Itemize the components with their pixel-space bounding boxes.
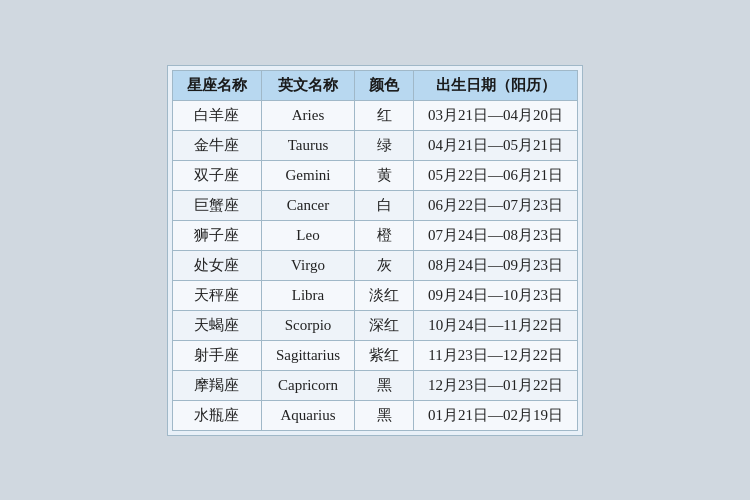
cell-6-1: Libra (261, 280, 354, 310)
cell-6-3: 09月24日—10月23日 (414, 280, 578, 310)
cell-4-3: 07月24日—08月23日 (414, 220, 578, 250)
cell-9-2: 黑 (355, 370, 414, 400)
cell-1-1: Taurus (261, 130, 354, 160)
table-row: 双子座Gemini黄05月22日—06月21日 (172, 160, 577, 190)
cell-7-2: 深红 (355, 310, 414, 340)
cell-0-1: Aries (261, 100, 354, 130)
cell-7-0: 天蝎座 (172, 310, 261, 340)
header-col-0: 星座名称 (172, 70, 261, 100)
table-row: 水瓶座Aquarius黑01月21日—02月19日 (172, 400, 577, 430)
cell-8-3: 11月23日—12月22日 (414, 340, 578, 370)
cell-9-3: 12月23日—01月22日 (414, 370, 578, 400)
cell-5-3: 08月24日—09月23日 (414, 250, 578, 280)
table-row: 天秤座Libra淡红09月24日—10月23日 (172, 280, 577, 310)
cell-2-1: Gemini (261, 160, 354, 190)
cell-1-2: 绿 (355, 130, 414, 160)
cell-8-0: 射手座 (172, 340, 261, 370)
cell-10-2: 黑 (355, 400, 414, 430)
cell-10-1: Aquarius (261, 400, 354, 430)
cell-8-2: 紫红 (355, 340, 414, 370)
header-col-2: 颜色 (355, 70, 414, 100)
cell-10-3: 01月21日—02月19日 (414, 400, 578, 430)
cell-3-0: 巨蟹座 (172, 190, 261, 220)
table-row: 天蝎座Scorpio深红10月24日—11月22日 (172, 310, 577, 340)
cell-9-1: Capricorn (261, 370, 354, 400)
cell-4-0: 狮子座 (172, 220, 261, 250)
table-row: 射手座Sagittarius紫红11月23日—12月22日 (172, 340, 577, 370)
table-row: 处女座Virgo灰08月24日—09月23日 (172, 250, 577, 280)
table-header: 星座名称英文名称颜色出生日期（阳历） (172, 70, 577, 100)
table-row: 金牛座Taurus绿04月21日—05月21日 (172, 130, 577, 160)
cell-6-0: 天秤座 (172, 280, 261, 310)
cell-9-0: 摩羯座 (172, 370, 261, 400)
header-col-3: 出生日期（阳历） (414, 70, 578, 100)
header-col-1: 英文名称 (261, 70, 354, 100)
cell-1-0: 金牛座 (172, 130, 261, 160)
zodiac-table: 星座名称英文名称颜色出生日期（阳历） 白羊座Aries红03月21日—04月20… (172, 70, 578, 431)
cell-2-2: 黄 (355, 160, 414, 190)
zodiac-table-container: 星座名称英文名称颜色出生日期（阳历） 白羊座Aries红03月21日—04月20… (167, 65, 583, 436)
header-row: 星座名称英文名称颜色出生日期（阳历） (172, 70, 577, 100)
cell-7-1: Scorpio (261, 310, 354, 340)
cell-3-1: Cancer (261, 190, 354, 220)
cell-3-2: 白 (355, 190, 414, 220)
cell-5-2: 灰 (355, 250, 414, 280)
cell-4-2: 橙 (355, 220, 414, 250)
cell-0-2: 红 (355, 100, 414, 130)
cell-4-1: Leo (261, 220, 354, 250)
cell-5-0: 处女座 (172, 250, 261, 280)
cell-10-0: 水瓶座 (172, 400, 261, 430)
cell-2-0: 双子座 (172, 160, 261, 190)
table-row: 狮子座Leo橙07月24日—08月23日 (172, 220, 577, 250)
table-row: 摩羯座Capricorn黑12月23日—01月22日 (172, 370, 577, 400)
table-row: 巨蟹座Cancer白06月22日—07月23日 (172, 190, 577, 220)
cell-1-3: 04月21日—05月21日 (414, 130, 578, 160)
cell-5-1: Virgo (261, 250, 354, 280)
cell-0-3: 03月21日—04月20日 (414, 100, 578, 130)
cell-2-3: 05月22日—06月21日 (414, 160, 578, 190)
cell-6-2: 淡红 (355, 280, 414, 310)
table-row: 白羊座Aries红03月21日—04月20日 (172, 100, 577, 130)
cell-0-0: 白羊座 (172, 100, 261, 130)
cell-8-1: Sagittarius (261, 340, 354, 370)
table-body: 白羊座Aries红03月21日—04月20日金牛座Taurus绿04月21日—0… (172, 100, 577, 430)
cell-3-3: 06月22日—07月23日 (414, 190, 578, 220)
cell-7-3: 10月24日—11月22日 (414, 310, 578, 340)
